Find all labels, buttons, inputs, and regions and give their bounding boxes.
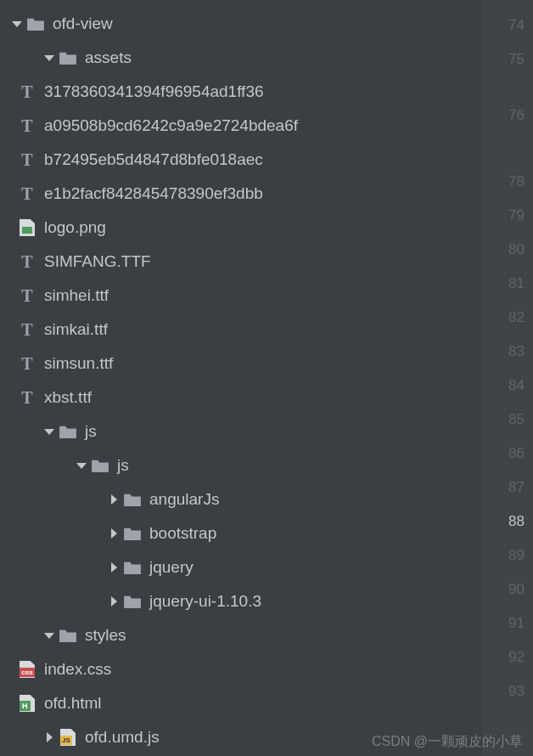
folder-label: bootstrap bbox=[149, 524, 216, 543]
file-label: b72495eb5d4847d8bfe018aec bbox=[44, 150, 263, 169]
folder-icon bbox=[58, 50, 78, 65]
file-label: xbst.ttf bbox=[44, 388, 92, 407]
gutter-line-number: 75 bbox=[508, 42, 525, 76]
tree-folder-row[interactable]: bootstrap bbox=[0, 516, 482, 550]
chevron-down-icon[interactable] bbox=[73, 463, 90, 469]
gutter-line-number: 80 bbox=[508, 233, 525, 267]
folder-icon bbox=[122, 526, 143, 541]
chevron-right-icon[interactable] bbox=[105, 562, 122, 573]
font-file-icon: T bbox=[17, 388, 37, 408]
gutter-line-number: 87 bbox=[508, 471, 525, 505]
tree-folder-row[interactable]: ofd-view bbox=[0, 7, 482, 41]
gutter-line-number: 90 bbox=[508, 573, 525, 606]
gutter-line-number: 74 bbox=[508, 8, 525, 42]
folder-label: js bbox=[85, 422, 97, 441]
tree-file-row[interactable]: T simsun.ttf bbox=[0, 347, 482, 381]
tree-file-row[interactable]: T 3178360341394f96954ad1ff36 bbox=[0, 75, 482, 109]
folder-label: ofd-view bbox=[53, 14, 113, 33]
gutter-line-number: 81 bbox=[508, 267, 525, 301]
font-file-icon: T bbox=[17, 184, 37, 204]
css-file-icon bbox=[17, 661, 37, 678]
gutter-line-number: 83 bbox=[508, 335, 525, 369]
gutter-line-number: 76 bbox=[508, 76, 525, 131]
font-file-icon: T bbox=[17, 116, 37, 136]
chevron-down-icon[interactable] bbox=[41, 633, 58, 639]
tree-file-row[interactable]: T b72495eb5d4847d8bfe018aec bbox=[0, 143, 482, 177]
tree-folder-row[interactable]: jquery-ui-1.10.3 bbox=[0, 584, 482, 618]
html-file-icon bbox=[17, 695, 37, 712]
tree-file-row[interactable]: T simhei.ttf bbox=[0, 279, 482, 313]
folder-icon bbox=[58, 628, 78, 643]
gutter-line-number: 82 bbox=[508, 301, 525, 335]
image-file-icon bbox=[17, 219, 37, 236]
chevron-down-icon[interactable] bbox=[8, 21, 25, 27]
font-file-icon: T bbox=[17, 354, 37, 374]
gutter-line-number: 84 bbox=[508, 369, 525, 403]
folder-label: styles bbox=[85, 626, 126, 645]
folder-icon bbox=[25, 16, 46, 31]
tree-file-row[interactable]: ofd.html bbox=[0, 686, 482, 720]
chevron-right-icon[interactable] bbox=[105, 528, 122, 539]
tree-folder-row[interactable]: js bbox=[0, 415, 482, 449]
editor-line-gutter: 74757678798081828384858687888990919293 bbox=[482, 0, 533, 756]
chevron-right-icon[interactable] bbox=[41, 732, 58, 742]
tree-folder-row[interactable]: styles bbox=[0, 618, 482, 652]
file-label: simsun.ttf bbox=[44, 354, 113, 373]
chevron-down-icon[interactable] bbox=[41, 429, 58, 435]
gutter-line-number: 85 bbox=[508, 403, 525, 437]
gutter-line-number: 79 bbox=[508, 199, 525, 233]
js-file-icon bbox=[58, 729, 78, 746]
file-label: simkai.ttf bbox=[44, 320, 108, 339]
font-file-icon: T bbox=[17, 150, 37, 170]
tree-file-row[interactable]: index.css bbox=[0, 652, 482, 686]
folder-icon bbox=[122, 492, 143, 507]
folder-label: jquery bbox=[149, 558, 194, 577]
tree-file-row[interactable]: T SIMFANG.TTF bbox=[0, 245, 482, 279]
folder-icon bbox=[122, 560, 143, 575]
gutter-line-number: 91 bbox=[508, 606, 525, 640]
folder-icon bbox=[90, 458, 110, 473]
gutter-line-number: 78 bbox=[508, 165, 525, 199]
gutter-line-number: 88 bbox=[508, 505, 525, 539]
tree-folder-row[interactable]: assets bbox=[0, 41, 482, 75]
font-file-icon: T bbox=[17, 252, 37, 272]
file-label: 3178360341394f96954ad1ff36 bbox=[44, 82, 264, 101]
folder-label: js bbox=[117, 456, 129, 475]
tree-folder-row[interactable]: angularJs bbox=[0, 482, 482, 516]
file-label: ofd.umd.js bbox=[85, 728, 160, 747]
file-label: index.css bbox=[44, 660, 111, 679]
file-label: e1b2facf842845478390ef3dbb bbox=[44, 184, 263, 203]
chevron-right-icon[interactable] bbox=[105, 596, 122, 606]
folder-label: angularJs bbox=[149, 490, 219, 509]
tree-folder-row[interactable]: jquery bbox=[0, 550, 482, 584]
folder-label: assets bbox=[85, 48, 132, 67]
tree-file-row[interactable]: ofd.umd.js bbox=[0, 720, 482, 754]
font-file-icon: T bbox=[17, 82, 37, 102]
file-tree-panel: ofd-view assets T 3178360341394f96954ad1… bbox=[0, 0, 482, 756]
gutter-line-number: 86 bbox=[508, 437, 525, 471]
chevron-down-icon[interactable] bbox=[41, 55, 58, 61]
tree-file-row[interactable]: T xbst.ttf bbox=[0, 381, 482, 415]
folder-icon bbox=[122, 594, 143, 609]
tree-file-row[interactable]: logo.png bbox=[0, 211, 482, 245]
file-label: logo.png bbox=[44, 218, 106, 237]
gutter-line-number: 89 bbox=[508, 539, 525, 573]
gutter-line-number: 93 bbox=[508, 674, 525, 708]
file-label: ofd.html bbox=[44, 694, 102, 713]
tree-file-row[interactable]: T e1b2facf842845478390ef3dbb bbox=[0, 177, 482, 211]
tree-file-row[interactable]: T simkai.ttf bbox=[0, 313, 482, 347]
chevron-right-icon[interactable] bbox=[105, 494, 122, 505]
folder-label: jquery-ui-1.10.3 bbox=[149, 592, 261, 611]
tree-folder-row[interactable]: js bbox=[0, 449, 482, 482]
tree-file-row[interactable]: T a09508b9cd6242c9a9e2724bdea6f bbox=[0, 109, 482, 143]
file-label: SIMFANG.TTF bbox=[44, 252, 151, 271]
gutter-line-number: 92 bbox=[508, 640, 525, 674]
file-label: a09508b9cd6242c9a9e2724bdea6f bbox=[44, 116, 298, 135]
font-file-icon: T bbox=[17, 320, 37, 340]
folder-icon bbox=[58, 424, 78, 439]
font-file-icon: T bbox=[17, 286, 37, 306]
file-label: simhei.ttf bbox=[44, 286, 109, 305]
